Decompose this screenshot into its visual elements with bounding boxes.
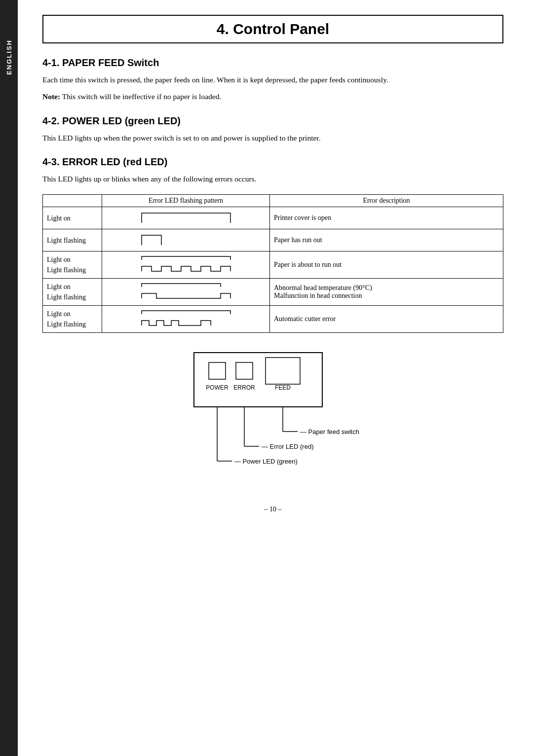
svg-text:FEED: FEED [275,384,291,391]
desc-cell-5: Automatic cutter error [270,306,503,333]
svg-rect-2 [236,362,253,379]
desc-cell-2: Paper has run out [270,229,503,252]
pattern-svg-1 [137,208,235,228]
pattern-svg-5 [137,307,235,331]
main-content: 4. Control Panel 4-1. PAPER FEED Switch … [18,0,533,543]
section-power-led: 4-2. POWER LED (green LED) This LED ligh… [42,115,503,144]
section-paper-feed: 4-1. PAPER FEED Switch Each time this sw… [42,57,503,104]
note-text: This switch will be ineffective if no pa… [60,92,221,101]
note-bold: Note: [42,92,60,101]
section3-heading: 4-3. ERROR LED (red LED) [42,156,503,168]
svg-text:— Power LED (green): — Power LED (green) [234,458,298,465]
pattern-svg-3 [137,252,235,277]
pattern-svg-4 [137,280,235,304]
sidebar-label: ENGLISH [5,39,13,75]
desc-cell-4: Abnormal head temperature (90°C)Malfunct… [270,279,503,306]
desc-cell-3: Paper is about to run out [270,252,503,279]
table-row: Light on Light flashing [43,306,503,333]
section1-para1: Each time this switch is pressed, the pa… [42,73,503,86]
light-status-cell: Light flashing [43,229,102,252]
pattern-cell-5 [102,306,270,333]
diagram-section: POWER ERROR FEED — Paper feed switch — E… [42,348,503,491]
table-row: Light on Light flashing [43,279,503,306]
page-title-box: 4. Control Panel [42,15,503,43]
pattern-cell-2 [102,229,270,252]
svg-rect-1 [209,362,226,379]
section3-para1: This LED lights up or blinks when any of… [42,173,503,185]
pattern-svg-2 [137,230,235,250]
section2-para1: This LED lights up when the power switch… [42,132,503,144]
page-title: 4. Control Panel [217,21,329,37]
section-error-led: 4-3. ERROR LED (red LED) This LED lights… [42,156,503,333]
control-panel-diagram: POWER ERROR FEED — Paper feed switch — E… [154,348,391,491]
pattern-cell-3 [102,252,270,279]
desc-cell-1: Printer cover is open [270,207,503,229]
table-col3-header: Error description [270,195,503,207]
section1-heading: 4-1. PAPER FEED Switch [42,57,503,69]
svg-rect-0 [194,353,322,407]
page-number: – 10 – [42,505,503,513]
light-status-cell: Light on [43,207,102,229]
svg-text:ERROR: ERROR [233,384,255,391]
table-col2-header: Error LED flashing pattern [102,195,270,207]
table-row: Light on Printer cover is open [43,207,503,229]
light-status-cell: Light on Light flashing [43,252,102,279]
table-row: Light on Light flashing [43,252,503,279]
table-col1-header [43,195,102,207]
sidebar: ENGLISH [0,0,18,756]
light-status-cell: Light on Light flashing [43,279,102,306]
error-table: Error LED flashing pattern Error descrip… [42,194,503,333]
section2-heading: 4-2. POWER LED (green LED) [42,115,503,127]
pattern-cell-1 [102,207,270,229]
svg-text:— Paper feed switch: — Paper feed switch [300,428,359,435]
svg-text:— Error LED (red): — Error LED (red) [262,443,313,450]
section1-note: Note: This switch will be ineffective if… [42,90,503,103]
svg-rect-3 [266,358,300,384]
light-status-cell: Light on Light flashing [43,306,102,333]
svg-text:POWER: POWER [206,384,228,391]
page-wrapper: ENGLISH 4. Control Panel 4-1. PAPER FEED… [0,0,533,756]
table-row: Light flashing Paper has run out [43,229,503,252]
pattern-cell-4 [102,279,270,306]
